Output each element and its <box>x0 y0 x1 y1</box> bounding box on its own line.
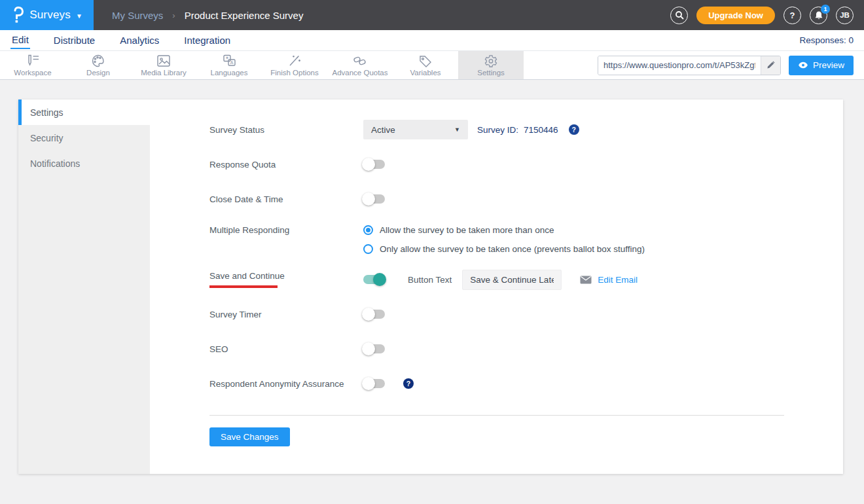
sidebar-item-security[interactable]: Security <box>18 125 150 151</box>
unsaved-change-indicator <box>209 285 278 288</box>
top-header: Surveys ▼ My Surveys › Product Experienc… <box>0 0 864 30</box>
respondent-anonymity-label: Respondent Anonymity Assurance <box>209 379 363 389</box>
save-and-continue-toggle[interactable] <box>363 275 385 284</box>
search-button[interactable] <box>670 7 688 24</box>
breadcrumb-my-surveys[interactable]: My Surveys <box>112 10 163 21</box>
survey-timer-row: Survey Timer <box>209 304 784 325</box>
edit-url-button[interactable] <box>761 56 780 75</box>
search-icon <box>675 10 684 20</box>
survey-status-select[interactable]: Active ▼ <box>363 120 468 139</box>
toolbar-item-advance-quotas[interactable]: Advance Quotas <box>327 51 393 79</box>
close-date-row: Close Date & Time <box>209 189 784 209</box>
save-and-continue-label: Save and Continue <box>209 271 363 288</box>
toolbar-item-settings[interactable]: Settings <box>458 51 524 79</box>
tab-integration[interactable]: Integration <box>183 32 232 48</box>
sidebar-item-notifications[interactable]: Notifications <box>18 151 150 176</box>
envelope-icon <box>580 276 592 284</box>
svg-text:✶: ✶ <box>225 56 229 60</box>
tab-edit[interactable]: Edit <box>10 31 30 49</box>
close-date-label: Close Date & Time <box>209 194 363 204</box>
seo-label: SEO <box>209 344 363 354</box>
save-changes-button[interactable]: Save Changes <box>209 427 290 446</box>
settings-form: Survey Status Active ▼ Survey ID: 715044… <box>150 99 843 474</box>
toolbar-right: Preview <box>598 51 864 79</box>
chevron-down-icon: ▼ <box>76 12 82 20</box>
section-tabs: Edit Distribute Analytics Integration Re… <box>0 30 864 51</box>
survey-status-label: Survey Status <box>209 125 363 135</box>
seo-toggle[interactable] <box>363 344 385 353</box>
tab-distribute[interactable]: Distribute <box>52 32 96 48</box>
button-text-label: Button Text <box>408 275 452 285</box>
finish-options-icon <box>287 54 302 67</box>
multiple-responding-row: Multiple Responding Allow the survey to … <box>209 223 784 254</box>
pencil-icon <box>766 61 775 69</box>
radio-icon <box>363 225 373 235</box>
settings-sidebar: Settings Security Notifications <box>18 99 150 474</box>
questionpro-logo-icon <box>11 7 24 24</box>
survey-timer-toggle[interactable] <box>363 310 385 319</box>
respondent-anonymity-row: Respondent Anonymity Assurance ? <box>209 373 784 394</box>
responses-count: Responses: 0 <box>799 35 854 45</box>
upgrade-now-button[interactable]: Upgrade Now <box>696 7 775 24</box>
close-date-toggle[interactable] <box>363 194 385 204</box>
toolbar-item-workspace[interactable]: Workspace <box>0 51 65 79</box>
button-text-input[interactable] <box>462 270 562 290</box>
survey-id-value: 7150446 <box>524 125 558 135</box>
notification-badge: 1 <box>821 5 830 14</box>
preview-button[interactable]: Preview <box>789 56 854 75</box>
eye-icon <box>798 62 808 69</box>
question-mark-icon: ? <box>790 10 795 20</box>
toolbar-item-media-library[interactable]: Media Library <box>131 51 196 79</box>
user-avatar[interactable]: JB <box>836 7 854 24</box>
breadcrumb: My Surveys › Product Experience Survey <box>112 10 303 21</box>
variables-icon <box>418 54 433 67</box>
edit-email-link[interactable]: Edit Email <box>580 275 638 285</box>
surveys-product-menu[interactable]: Surveys ▼ <box>0 0 94 30</box>
edit-toolbar: Workspace Design Media Library ✶ A Langu… <box>0 51 864 80</box>
page-body: Settings Security Notifications Survey S… <box>0 80 864 474</box>
multiple-responding-options: Allow the survey to be taken more than o… <box>363 223 645 254</box>
design-icon <box>91 54 105 67</box>
advance-quotas-icon <box>352 54 368 67</box>
survey-id-help-icon[interactable]: ? <box>569 124 579 135</box>
media-library-icon <box>156 54 171 67</box>
toolbar-item-languages[interactable]: ✶ A Languages <box>196 51 262 79</box>
radio-option-only-once[interactable]: Only allow the survey to be taken once (… <box>363 244 645 254</box>
svg-text:A: A <box>230 60 234 65</box>
multiple-responding-label: Multiple Responding <box>209 223 363 235</box>
survey-url-input[interactable] <box>598 56 761 75</box>
design-label: Design <box>86 69 110 77</box>
save-and-continue-row: Save and Continue Button Text Edit Email <box>209 269 784 290</box>
radio-icon <box>363 244 373 254</box>
settings-card: Settings Security Notifications Survey S… <box>18 99 843 474</box>
toolbar-item-variables[interactable]: Variables <box>393 51 458 79</box>
product-name: Surveys <box>29 9 71 22</box>
toolbar-item-design[interactable]: Design <box>65 51 131 79</box>
page-title: Product Experience Survey <box>185 10 304 21</box>
survey-url-box <box>598 56 781 75</box>
sidebar-item-settings[interactable]: Settings <box>18 99 150 125</box>
tab-analytics[interactable]: Analytics <box>118 32 160 48</box>
radio-option-allow-multiple[interactable]: Allow the survey to be taken more than o… <box>363 225 645 235</box>
languages-icon: ✶ A <box>221 54 237 67</box>
response-quota-toggle[interactable] <box>363 160 385 169</box>
breadcrumb-separator: › <box>172 10 175 20</box>
toolbar-item-finish-options[interactable]: Finish Options <box>262 51 327 79</box>
survey-status-row: Survey Status Active ▼ Survey ID: 715044… <box>209 119 784 140</box>
survey-timer-label: Survey Timer <box>209 310 363 319</box>
workspace-icon <box>25 54 41 67</box>
settings-icon <box>484 54 498 67</box>
response-quota-row: Response Quota <box>209 154 784 175</box>
notifications-button[interactable]: 1 <box>810 7 827 24</box>
response-quota-label: Response Quota <box>209 160 363 170</box>
header-actions: Upgrade Now ? 1 JB <box>670 7 864 24</box>
chevron-down-icon: ▼ <box>454 126 460 133</box>
respondent-anonymity-toggle[interactable] <box>363 379 385 388</box>
help-button[interactable]: ? <box>783 7 801 24</box>
seo-row: SEO <box>209 338 784 359</box>
respondent-anonymity-help-icon[interactable]: ? <box>403 378 414 389</box>
form-divider <box>209 415 784 416</box>
survey-id-label: Survey ID: <box>477 125 518 135</box>
